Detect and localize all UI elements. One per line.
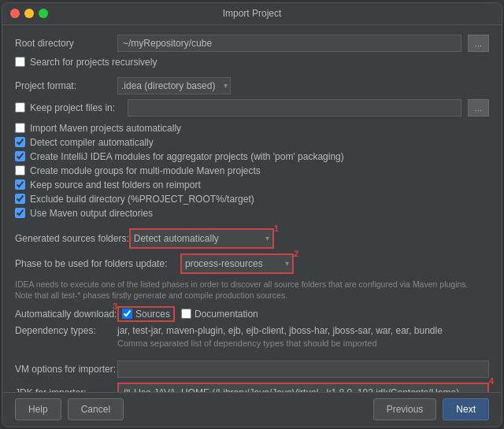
root-dir-browse-button[interactable]: ... <box>468 35 489 52</box>
checkboxes-section: Import Maven projects automatically Dete… <box>15 123 489 219</box>
keep-project-checkbox[interactable] <box>15 102 25 113</box>
keep-project-label: Keep project files in: <box>30 102 128 113</box>
project-format-label: Project format: <box>15 80 117 91</box>
module-groups-label: Create module groups for multi-module Ma… <box>30 165 261 176</box>
gen-sources-select-wrapper: Detect automatically 1 <box>129 228 274 249</box>
gen-sources-label: Generated sources folders: <box>15 233 129 244</box>
search-recursive-row: Search for projects recursively <box>15 57 489 68</box>
exclude-build-checkbox[interactable] <box>15 194 25 204</box>
create-modules-label: Create IntelliJ IDEA modules for aggrega… <box>30 151 344 162</box>
cb-module-groups: Create module groups for multi-module Ma… <box>15 165 489 176</box>
cb-exclude-build: Exclude build directory (%PROJECT_ROOT%/… <box>15 194 489 205</box>
search-recursive-checkbox[interactable] <box>15 57 25 67</box>
auto-download-label: Automatically download: <box>15 309 117 320</box>
bottom-bar: Help Cancel Previous Next <box>2 392 502 427</box>
vm-options-input[interactable] <box>117 361 489 378</box>
auto-download-row: Automatically download: 3 Sources Docume… <box>15 306 489 322</box>
create-modules-checkbox[interactable] <box>15 151 25 161</box>
project-format-select[interactable]: .idea (directory based) <box>117 77 231 94</box>
previous-button[interactable]: Previous <box>373 398 437 420</box>
detect-compiler-label: Detect compiler automatically <box>30 137 154 148</box>
search-recursive-label: Search for projects recursively <box>30 57 157 68</box>
keep-source-label: Keep source and test folders on reimport <box>30 179 201 190</box>
title-bar: Import Project <box>2 3 502 25</box>
jdk-badge: 4 <box>489 376 494 386</box>
next-button[interactable]: Next <box>443 398 489 420</box>
vm-options-row: VM options for importer: <box>15 361 489 378</box>
docs-label: Documentation <box>195 309 258 320</box>
sources-checkbox[interactable] <box>122 309 132 319</box>
module-groups-checkbox[interactable] <box>15 165 25 176</box>
phase-badge: 2 <box>294 249 298 258</box>
maven-output-checkbox[interactable] <box>15 208 25 218</box>
window-title: Import Project <box>223 8 282 19</box>
dependency-hint: Comma separated list of dependency types… <box>117 338 489 349</box>
keep-project-row: Keep project files in: ... <box>15 99 489 116</box>
close-button[interactable] <box>10 9 20 18</box>
cb-maven-output: Use Maven output directories <box>15 208 489 219</box>
phase-hint: IDEA needs to execute one of the listed … <box>15 279 489 301</box>
cancel-button[interactable]: Cancel <box>68 398 124 420</box>
jdk-select-wrapper: 🖥 Use JAVA_HOME (/Library/Java/JavaVirtu… <box>117 383 489 391</box>
detect-compiler-checkbox[interactable] <box>15 137 25 147</box>
bottom-right-buttons: Previous Next <box>373 398 489 420</box>
vm-options-label: VM options for importer: <box>15 364 117 375</box>
main-content: Root directory ... Search for projects r… <box>2 25 502 392</box>
keep-project-input[interactable] <box>128 99 461 116</box>
phase-select[interactable]: process-resources <box>182 255 292 272</box>
root-dir-label: Root directory <box>15 38 117 49</box>
gen-sources-select[interactable]: Detect automatically <box>131 230 272 247</box>
cb-import-maven: Import Maven projects automatically <box>15 123 489 134</box>
cb-detect-compiler: Detect compiler automatically <box>15 137 489 148</box>
bottom-left-buttons: Help Cancel <box>15 398 124 420</box>
gen-sources-row: Generated sources folders: Detect automa… <box>15 228 489 249</box>
jdk-select[interactable]: 🖥 Use JAVA_HOME (/Library/Java/JavaVirtu… <box>119 384 487 391</box>
root-dir-input[interactable] <box>117 35 461 52</box>
phase-select-wrapper: process-resources 2 <box>180 253 294 274</box>
sources-label: Sources <box>135 309 170 320</box>
docs-checkbox[interactable] <box>181 309 191 319</box>
project-format-row: Project format: .idea (directory based) <box>15 77 489 94</box>
sources-checkbox-wrapper: 3 Sources <box>117 306 175 322</box>
dependency-row: Dependency types: jar, test-jar, maven-p… <box>15 325 489 336</box>
minimize-button[interactable] <box>24 9 34 18</box>
keep-project-browse-button[interactable]: ... <box>468 99 489 116</box>
import-maven-checkbox[interactable] <box>15 123 25 133</box>
gen-sources-badge: 1 <box>274 224 279 233</box>
traffic-lights <box>10 9 48 18</box>
import-project-window: Import Project Root directory ... Search… <box>2 2 502 427</box>
dependency-value: jar, test-jar, maven-plugin, ejb, ejb-cl… <box>117 325 489 336</box>
cb-keep-source: Keep source and test folders on reimport <box>15 179 489 190</box>
dependency-label: Dependency types: <box>15 325 117 336</box>
cb-create-modules: Create IntelliJ IDEA modules for aggrega… <box>15 151 489 162</box>
import-maven-label: Import Maven projects automatically <box>30 123 181 134</box>
project-format-select-wrapper: .idea (directory based) <box>117 77 231 94</box>
maximize-button[interactable] <box>39 9 48 18</box>
jdk-row: JDK for importer: 🖥 Use JAVA_HOME (/Libr… <box>15 383 489 391</box>
sources-badge: 3 <box>113 301 117 311</box>
exclude-build-label: Exclude build directory (%PROJECT_ROOT%/… <box>30 194 254 205</box>
help-button[interactable]: Help <box>15 398 61 420</box>
phase-row: Phase to be used for folders update: pro… <box>15 253 489 274</box>
maven-output-label: Use Maven output directories <box>30 208 153 219</box>
root-dir-row: Root directory ... <box>15 35 489 52</box>
phase-label: Phase to be used for folders update: <box>15 258 180 269</box>
keep-source-checkbox[interactable] <box>15 179 25 190</box>
